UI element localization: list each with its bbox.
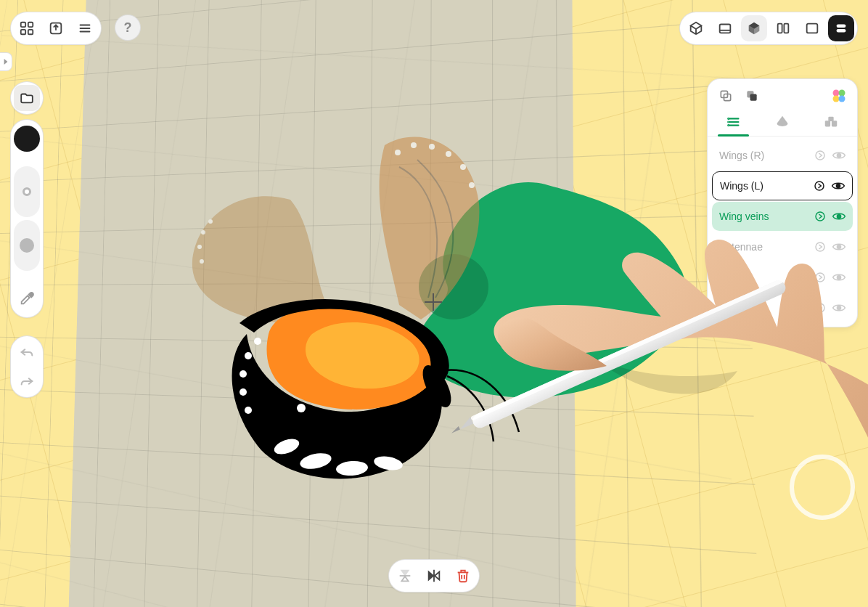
- svg-point-16: [245, 352, 252, 359]
- svg-rect-28: [778, 24, 782, 33]
- svg-point-38: [839, 90, 846, 97]
- help-button[interactable]: ?: [115, 15, 141, 41]
- svg-point-52: [838, 215, 841, 219]
- swatch-folder-button[interactable]: [14, 85, 40, 111]
- enter-layer-icon[interactable]: [811, 268, 830, 287]
- svg-rect-44: [825, 121, 830, 126]
- brush-pill: [10, 119, 44, 318]
- layers-tab[interactable]: [709, 108, 758, 136]
- view-shape-button[interactable]: [828, 15, 854, 41]
- layer-label: Wings (R): [719, 150, 811, 161]
- svg-point-50: [837, 184, 840, 188]
- svg-point-56: [838, 276, 841, 280]
- delete-button[interactable]: [450, 563, 476, 589]
- svg-point-51: [816, 212, 824, 221]
- gallery-button[interactable]: [14, 15, 40, 41]
- svg-point-15: [254, 338, 261, 345]
- svg-point-41: [728, 118, 729, 119]
- visibility-icon[interactable]: [829, 176, 848, 195]
- panel-tabs: [708, 108, 857, 137]
- svg-point-9: [200, 259, 204, 264]
- layer-item-head[interactable]: Head: [712, 263, 853, 292]
- enter-layer-icon[interactable]: [810, 176, 829, 195]
- svg-point-47: [816, 151, 824, 160]
- layer-list: Wings (R) Wings (L) Wing veins Antennae …: [708, 137, 857, 327]
- svg-point-53: [816, 243, 824, 251]
- enter-layer-icon[interactable]: [811, 146, 830, 165]
- visibility-icon[interactable]: [830, 298, 848, 317]
- flip-horizontal-button[interactable]: [421, 563, 447, 589]
- visibility-icon[interactable]: [830, 207, 848, 226]
- layers-panel: Wings (R) Wings (L) Wing veins Antennae …: [707, 78, 858, 327]
- enter-layer-icon[interactable]: [811, 207, 830, 226]
- view-split-button[interactable]: [770, 15, 796, 41]
- svg-point-55: [816, 273, 824, 282]
- svg-point-42: [728, 122, 729, 123]
- svg-rect-45: [832, 121, 837, 126]
- menu-button[interactable]: [72, 15, 98, 41]
- help-label: ?: [124, 20, 132, 36]
- svg-point-3: [429, 144, 435, 150]
- color-swatch-primary[interactable]: [14, 126, 40, 152]
- enter-layer-icon[interactable]: [811, 298, 830, 317]
- svg-point-39: [833, 96, 840, 102]
- eyedropper-button[interactable]: [14, 285, 40, 311]
- visibility-icon[interactable]: [830, 237, 848, 256]
- layer-item-thorax[interactable]: Thorax: [712, 293, 853, 322]
- svg-rect-24: [21, 30, 25, 34]
- svg-point-49: [815, 182, 824, 190]
- svg-point-5: [460, 164, 466, 170]
- svg-rect-31: [837, 25, 846, 28]
- history-pill: [10, 335, 44, 398]
- layer-label: Wings (L): [720, 180, 810, 192]
- svg-rect-22: [21, 23, 25, 27]
- gesture-indicator: [790, 455, 855, 520]
- svg-rect-46: [829, 117, 834, 121]
- svg-point-58: [838, 306, 841, 310]
- redo-button[interactable]: [14, 368, 40, 394]
- palette-button[interactable]: [830, 86, 848, 105]
- undo-button[interactable]: [14, 339, 40, 365]
- svg-point-18: [239, 388, 247, 396]
- svg-rect-30: [807, 24, 818, 33]
- svg-point-10: [208, 219, 213, 224]
- visibility-icon[interactable]: [830, 146, 848, 165]
- flip-vertical-button[interactable]: [392, 563, 418, 589]
- view-3d-outline-button[interactable]: [683, 15, 709, 41]
- duplicate-layer-button[interactable]: [716, 86, 735, 105]
- svg-point-17: [239, 370, 247, 378]
- visibility-icon[interactable]: [830, 268, 848, 287]
- fills-tab[interactable]: [758, 108, 806, 136]
- export-button[interactable]: [43, 15, 69, 41]
- svg-rect-29: [784, 24, 788, 33]
- enter-layer-icon[interactable]: [811, 237, 830, 256]
- svg-point-48: [838, 154, 841, 158]
- svg-point-1: [395, 150, 401, 155]
- side-drawer-toggle[interactable]: [0, 52, 12, 71]
- layer-item-wings-l[interactable]: Wings (L): [712, 171, 853, 200]
- bottom-toolbar: [388, 559, 480, 592]
- svg-point-4: [446, 151, 451, 157]
- view-frame-button[interactable]: [799, 15, 825, 41]
- svg-point-40: [839, 96, 846, 102]
- svg-rect-25: [28, 30, 33, 34]
- merge-layer-button[interactable]: [742, 86, 761, 105]
- layer-item-wings-r[interactable]: Wings (R): [712, 141, 853, 170]
- layer-label: Thorax: [719, 302, 811, 314]
- brush-opacity-slider[interactable]: [14, 220, 40, 271]
- brush-size-slider[interactable]: [14, 166, 40, 217]
- view-3d-fill-button[interactable]: [741, 15, 767, 41]
- groups-tab[interactable]: [807, 108, 856, 136]
- butterfly-art: [167, 116, 537, 494]
- layer-label: Head: [719, 272, 811, 283]
- svg-point-37: [833, 90, 840, 97]
- view-flat-button[interactable]: [712, 15, 738, 41]
- layer-item-antennae[interactable]: Antennae: [712, 232, 853, 261]
- layer-item-wing-veins[interactable]: Wing veins: [712, 202, 853, 231]
- svg-point-7: [201, 230, 205, 235]
- layer-label: Antennae: [719, 241, 811, 253]
- brush-solid-icon: [20, 238, 34, 253]
- brush-ring-icon: [22, 187, 31, 196]
- svg-rect-23: [28, 23, 33, 27]
- panel-header: [708, 79, 857, 108]
